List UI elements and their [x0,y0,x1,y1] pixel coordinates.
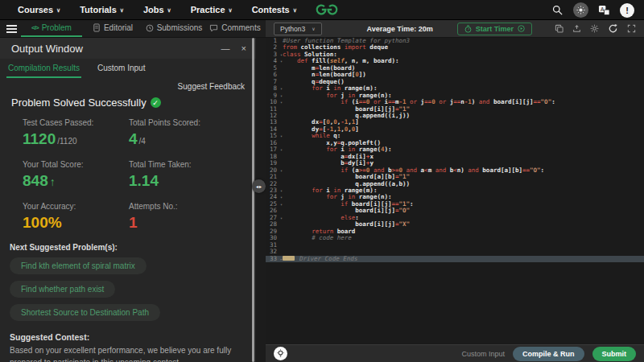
output-window-panel: Output Window — × Compilation Results Cu… [0,38,256,362]
tab-editorial[interactable]: Editorial [82,20,143,37]
code-line: 31 [266,242,644,249]
main-menu: Courses∨ Tutorials∨ Jobs∨ Practice∨ Cont… [0,5,297,14]
top-navbar: Courses∨ Tutorials∨ Jobs∨ Practice∨ Cont… [0,0,644,20]
fold-caret-icon: ▾ [280,99,283,105]
editor-toolbar: Python3 ∨ Average Time: 20m Start Timer [266,20,644,38]
gfg-practice-page: Courses∨ Tutorials∨ Jobs∨ Practice∨ Cont… [0,0,644,362]
fold-caret-icon: ▸ [280,256,283,262]
clock-icon [146,24,154,32]
upload-code-icon[interactable] [572,24,581,33]
code-editor[interactable]: 1#User function Template for python32fro… [266,38,644,344]
copy-icon[interactable] [555,24,564,33]
average-time-label: Average Time: 20m [367,25,433,33]
code-icon: </> [31,24,39,31]
fold-caret-icon: ▾ [280,85,283,92]
theme-toggle-sun-icon[interactable] [573,2,588,18]
panel-divider: ◂▸ [256,38,266,362]
fold-caret-icon: ▾ [280,187,283,194]
comment-icon [209,24,218,32]
start-timer-button[interactable]: Start Timer [457,23,532,35]
output-window-header: Output Window — × [0,38,256,59]
result-stats: Test Cases Passed: 1120/1120 Total Point… [23,118,256,232]
suggested-problems: Find kth element of spiral matrix Find w… [10,257,251,327]
menu-item-jobs[interactable]: Jobs∨ [143,5,171,14]
tab-problem[interactable]: </> Problem [21,20,82,37]
hint-bulb-icon[interactable] [274,347,287,360]
problem-tabbar: </> Problem Editorial Submissions Commen… [0,20,266,38]
fold-caret-icon: ▾ [280,194,283,200]
chevron-down-icon: ∨ [167,7,171,13]
search-icon[interactable] [551,4,564,16]
solved-status: Problem Solved Successfully ✓ [11,97,256,109]
fold-caret-icon: ▾ [280,146,283,153]
menu-item-tutorials[interactable]: Tutorials∨ [80,5,124,14]
document-icon [93,23,101,32]
suggested-contest-label: Suggested Contest: [10,332,256,342]
chevron-down-icon: ∨ [120,7,124,13]
tab-submissions[interactable]: Submissions [143,20,204,37]
translate-icon[interactable]: A [598,5,610,16]
fold-caret-icon: ▾ [280,133,283,139]
geeksforgeeks-logo-icon[interactable] [311,2,343,21]
stat-time-taken: Total Time Taken: 1.14 [129,160,250,190]
language-select[interactable]: Python3 ∨ [274,23,322,35]
tab-comments[interactable]: Comments [204,20,266,37]
code-lines: 1#User function Template for python32fro… [266,38,644,262]
stat-points: Total Points Scored: 4/4 [129,118,250,148]
output-window-tabs: Compilation Results Custom Input [0,59,256,78]
stat-accuracy: Your Accuracy: 100% [23,202,129,232]
next-suggested-label: Next Suggested Problem(s): [10,243,256,252]
chevron-down-icon: ∨ [293,7,297,13]
menu-item-practice[interactable]: Practice∨ [191,5,233,14]
settings-gear-icon[interactable] [590,24,599,33]
up-arrow-icon: ↑ [50,175,56,188]
close-icon[interactable]: × [242,43,246,53]
code-line: 33▸Driver Code Ends [266,256,644,262]
editor-footer: Custom Input Compile & Run Submit [266,344,644,362]
suggested-problem-link[interactable]: Find kth element of spiral matrix [10,257,147,274]
hamburger-menu-icon[interactable] [0,20,21,37]
code-line: 30 # code here [266,235,644,241]
custom-input-link[interactable]: Custom Input [461,350,505,358]
stat-total-score: Your Total Score: 848↑ [23,160,129,190]
fold-caret-icon: ▾ [280,167,283,174]
profile-avatar[interactable]: ! [620,3,634,18]
tab-custom-input[interactable]: Custom Input [96,59,147,78]
chevron-down-icon: ∨ [229,7,233,13]
navbar-actions: A ! [551,0,634,20]
fold-caret-icon: ▾ [280,215,283,221]
output-window-title: Output Window [11,43,83,55]
menu-item-courses[interactable]: Courses∨ [18,5,60,14]
resize-handle-icon[interactable]: ◂▸ [252,179,266,193]
folded-region-badge[interactable] [283,256,295,261]
compile-run-button[interactable]: Compile & Run [513,347,584,361]
suggest-feedback-link[interactable]: Suggest Feedback [0,82,245,91]
left-panel-scrollbar[interactable] [252,38,254,362]
fullscreen-icon[interactable] [627,24,636,33]
timer-icon [464,25,472,33]
menu-item-contests[interactable]: Contests∨ [252,5,297,14]
chevron-down-icon: ∨ [312,26,315,31]
play-circle-icon [518,25,525,32]
fold-caret-icon: ▾ [280,201,283,208]
submit-button[interactable]: Submit [592,347,637,361]
fold-caret-icon: ▾ [280,93,283,99]
suggested-contest-text: Based on your excellent performance, we … [10,345,243,362]
tab-compilation-results[interactable]: Compilation Results [6,59,81,78]
minimize-icon[interactable]: — [221,43,230,53]
chevron-down-icon: ∨ [56,7,60,13]
check-circle-icon: ✓ [151,97,161,108]
fold-caret-icon: ▾ [280,51,283,58]
suggested-problem-link[interactable]: Find whether path exist [10,281,115,298]
reset-code-icon[interactable] [608,23,618,34]
suggested-problem-link[interactable]: Shortest Source to Destination Path [10,304,160,321]
fold-caret-icon: ▾ [280,58,283,64]
stat-test-cases: Test Cases Passed: 1120/1120 [23,118,129,148]
stat-attempts: Attempts No.: 1 [129,202,250,232]
